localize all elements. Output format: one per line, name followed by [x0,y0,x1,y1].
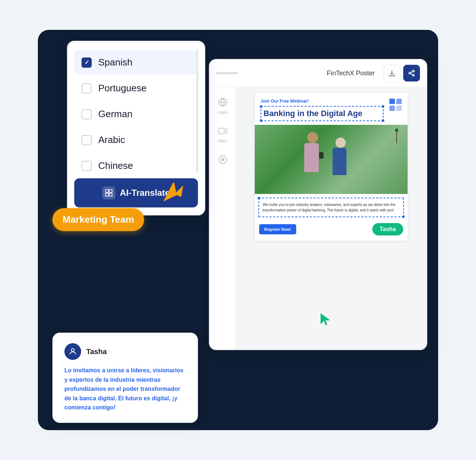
german-checkbox[interactable] [82,109,92,119]
svg-line-9 [410,71,413,72]
poster-main-title: Banking in the Digital Age [263,109,381,118]
chinese-checkbox[interactable] [82,161,92,171]
download-button[interactable] [384,65,400,82]
arabic-label: Arabic [98,134,125,146]
svg-rect-16 [396,99,402,104]
video-label: Video [218,139,227,143]
editor-header: FinTechX Poster [210,60,427,87]
marketing-badge-label: Marketing Team [63,214,134,225]
language-item-arabic[interactable]: Arabic [74,128,198,152]
svg-point-6 [409,72,411,74]
svg-line-8 [410,74,413,75]
svg-marker-14 [222,158,224,162]
comment-card: Tasha Lo invitamos a unirse a líderes, v… [52,333,198,423]
svg-marker-4 [162,183,187,206]
svg-marker-19 [320,313,331,326]
poster-photo [255,125,408,194]
chinese-label: Chinese [98,160,133,171]
language-list: Spanish Portuguese German Arabic Chinese [71,49,201,172]
sidebar-animation-icon[interactable] [216,153,229,166]
ai-icon [102,186,115,199]
cursor-arrow [319,311,336,330]
svg-point-20 [71,349,74,352]
svg-rect-17 [389,106,395,111]
svg-rect-15 [389,99,395,104]
poster-canvas: Join Our Free Webinar! Banking in the Di… [236,87,427,350]
comment-text: Lo invitamos a unirse a líderes, visiona… [64,366,186,412]
svg-rect-0 [106,190,108,193]
svg-point-7 [413,74,414,76]
comment-header: Tasha [64,343,186,360]
svg-point-5 [413,70,414,72]
logos-label: Logos [218,110,227,114]
person-old [330,138,352,194]
language-item-chinese[interactable]: Chinese [74,154,198,172]
svg-marker-12 [226,128,227,134]
svg-rect-3 [109,193,112,196]
poster-description: We invite you to join industry leaders, … [263,202,400,213]
poster-footer: Register Now! Tasha [255,221,408,241]
poster-title: FinTechX Poster [327,70,375,77]
poster-title-box: Banking in the Digital Age [261,106,384,121]
editor-panel: FinTechX Poster [209,59,427,350]
avatar [64,343,81,360]
svg-rect-2 [106,193,108,196]
fintech-logo [389,98,402,113]
webinar-label: Join Our Free Webinar! [261,99,402,104]
poster-card: Join Our Free Webinar! Banking in the Di… [255,93,408,241]
sidebar-video-icon[interactable]: Video [216,124,229,143]
spanish-label: Spanish [98,57,132,68]
share-button[interactable] [403,65,420,82]
language-item-portuguese[interactable]: Portuguese [74,76,198,100]
german-label: German [98,108,132,120]
svg-rect-18 [396,106,402,111]
svg-rect-11 [219,128,224,134]
language-item-german[interactable]: German [74,102,198,126]
register-button[interactable]: Register Now! [259,224,296,234]
person-young [301,132,324,194]
portuguese-label: Portuguese [98,83,147,94]
spanish-checkbox[interactable] [82,58,92,68]
poster-top: Join Our Free Webinar! Banking in the Di… [255,93,408,125]
commenter-name: Tasha [86,348,107,356]
scroll-indicator [216,72,238,74]
sidebar-logos-icon[interactable]: Logos [216,96,229,114]
arabic-checkbox[interactable] [82,135,92,145]
marketing-team-badge: Marketing Team [52,208,144,231]
svg-rect-1 [109,190,112,193]
tasha-badge: Tasha [372,223,403,235]
arrow-pointer [162,183,187,210]
poster-description-box: We invite you to join industry leaders, … [258,198,404,217]
portuguese-checkbox[interactable] [82,83,92,94]
language-item-spanish[interactable]: Spanish [74,50,198,75]
